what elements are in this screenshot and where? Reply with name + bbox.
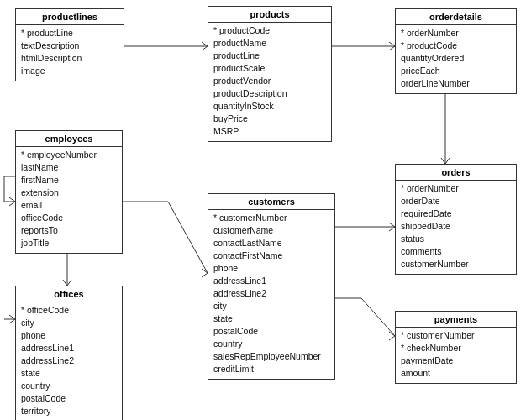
erd-diagram: productlines * productLine textDescripti… — [0, 0, 526, 420]
field-qtyordered: quantityOrdered — [401, 52, 511, 65]
field-productline: productLine — [213, 50, 326, 62]
svg-line-2 — [202, 46, 208, 50]
field-ordernumber-o: * orderNumber — [401, 182, 511, 195]
entity-header-productlines: productlines — [16, 9, 124, 25]
entity-customers: customers * customerNumber customerName … — [208, 193, 335, 380]
field-state-off: state — [21, 367, 117, 380]
field-customernumber-o: customerNumber — [401, 258, 511, 270]
field-buyprice: buyPrice — [213, 113, 326, 125]
entity-body-orderdetails: * orderNumber * productCode quantityOrde… — [396, 25, 516, 93]
entity-header-offices: offices — [16, 286, 122, 302]
svg-line-37 — [9, 319, 15, 323]
field-postal-cust: postalCode — [213, 325, 329, 338]
field-city-cust: city — [213, 300, 329, 312]
field-contactlast: contactLastName — [213, 237, 329, 249]
field-productline: * productLine — [21, 27, 118, 39]
entity-header-orders: orders — [396, 165, 516, 181]
entity-header-employees: employees — [16, 131, 122, 147]
field-addr1-off: addressLine1 — [21, 342, 117, 354]
field-salesrep: salesRepEmployeeNumber — [213, 350, 329, 363]
field-creditlimit: creditLimit — [213, 363, 329, 375]
svg-line-18 — [63, 280, 67, 286]
svg-line-28 — [389, 227, 395, 231]
field-state-cust: state — [213, 312, 329, 325]
svg-line-24 — [202, 273, 208, 277]
field-country-cust: country — [213, 338, 329, 350]
field-firstname: firstName — [21, 174, 117, 186]
entity-body-customers: * customerNumber customerName contactLas… — [208, 210, 334, 379]
field-phone-off: phone — [21, 329, 117, 342]
field-textdesc: textDescription — [21, 39, 118, 52]
field-addr2-off: addressLine2 — [21, 354, 117, 367]
field-officecode-emp: officeCode — [21, 212, 117, 224]
entity-body-offices: * officeCode city phone addressLine1 add… — [16, 302, 122, 420]
field-productcode: * productCode — [213, 24, 326, 37]
svg-line-33 — [389, 336, 395, 340]
field-addr2-cust: addressLine2 — [213, 287, 329, 300]
field-orderdate: orderDate — [401, 195, 511, 207]
entity-body-products: * productCode productName productLine pr… — [208, 23, 331, 141]
field-requireddate: requiredDate — [401, 207, 511, 220]
entity-products: products * productCode productName produ… — [208, 6, 332, 142]
entity-payments: payments * customerNumber * checkNumber … — [395, 311, 517, 384]
field-postal-off: postalCode — [21, 392, 117, 405]
field-amount: amount — [401, 367, 511, 380]
entity-productlines: productlines * productLine textDescripti… — [15, 8, 124, 81]
field-msrp: MSRP — [213, 125, 326, 138]
field-checknumber: * checkNumber — [401, 342, 511, 354]
field-addr1-cust: addressLine1 — [213, 275, 329, 287]
entity-body-employees: * employeeNumber lastName firstName exte… — [16, 147, 122, 253]
field-productvendor: productVendor — [213, 75, 326, 87]
field-orderlinenumber: orderLineNumber — [401, 77, 511, 90]
entity-header-customers: customers — [208, 194, 334, 210]
entity-orders: orders * orderNumber orderDate requiredD… — [395, 164, 517, 275]
svg-line-32 — [389, 332, 395, 336]
field-htmldesc: htmlDescription — [21, 52, 118, 65]
svg-line-5 — [389, 42, 395, 46]
svg-line-19 — [67, 280, 71, 286]
entity-offices: offices * officeCode city phone addressL… — [15, 286, 123, 420]
svg-line-27 — [389, 223, 395, 227]
entity-body-payments: * customerNumber * checkNumber paymentDa… — [396, 328, 516, 383]
field-extension: extension — [21, 186, 117, 199]
field-qtyinstock: quantityInStock — [213, 100, 326, 113]
field-comments: comments — [401, 245, 511, 258]
field-productscale: productScale — [213, 62, 326, 75]
field-productcode-od: * productCode — [401, 39, 511, 52]
field-officecode: * officeCode — [21, 304, 117, 317]
field-territory: territory — [21, 405, 117, 417]
field-city-off: city — [21, 317, 117, 329]
svg-line-15 — [9, 197, 15, 202]
svg-line-16 — [9, 202, 15, 206]
field-phone-cust: phone — [213, 262, 329, 275]
field-ordernumber-od: * orderNumber — [401, 27, 511, 39]
field-email: email — [21, 199, 117, 212]
field-reportsto: reportsTo — [21, 224, 117, 237]
svg-line-36 — [9, 315, 15, 319]
svg-line-31 — [361, 298, 395, 336]
field-employeenumber: * employeeNumber — [21, 149, 117, 161]
svg-line-23 — [202, 269, 208, 273]
svg-line-6 — [389, 46, 395, 50]
entity-body-orders: * orderNumber orderDate requiredDate shi… — [396, 181, 516, 274]
entity-orderdetails: orderdetails * orderNumber * productCode… — [395, 8, 517, 94]
entity-employees: employees * employeeNumber lastName firs… — [15, 130, 123, 254]
field-productname: productName — [213, 37, 326, 50]
field-paymentdate: paymentDate — [401, 354, 511, 367]
svg-line-22 — [168, 202, 208, 273]
field-country-off: country — [21, 380, 117, 392]
field-customernumber: * customerNumber — [213, 212, 329, 224]
svg-line-10 — [445, 158, 450, 164]
entity-header-payments: payments — [396, 312, 516, 328]
field-productdesc: productDescription — [213, 87, 326, 100]
field-image: image — [21, 65, 118, 77]
field-priceeach: priceEach — [401, 65, 511, 77]
field-shippeddate: shippedDate — [401, 220, 511, 233]
entity-header-orderdetails: orderdetails — [396, 9, 516, 25]
entity-body-productlines: * productLine textDescription htmlDescri… — [16, 25, 124, 81]
svg-line-1 — [202, 42, 208, 46]
field-customername: customerName — [213, 224, 329, 237]
field-contactfirst: contactFirstName — [213, 249, 329, 262]
entity-header-products: products — [208, 7, 331, 23]
field-customernumber-p: * customerNumber — [401, 329, 511, 342]
